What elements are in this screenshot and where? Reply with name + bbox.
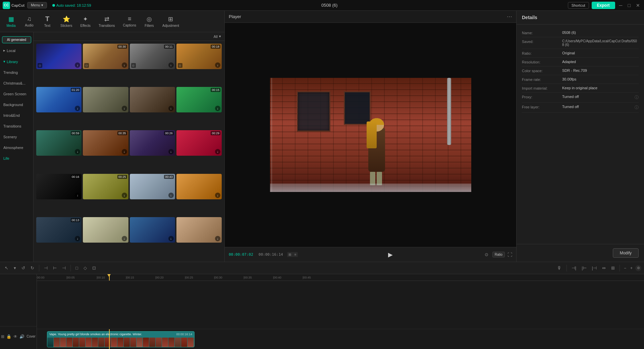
download-icon-8[interactable]: ↓	[215, 106, 220, 111]
download-icon-14[interactable]: ↓	[122, 193, 127, 198]
maximize-button[interactable]: □	[627, 3, 632, 8]
ratio-button[interactable]: Ratio	[492, 252, 505, 257]
sidebar-item-life[interactable]: Life	[1, 154, 32, 163]
media-thumb-3[interactable]: 00:11 ↓ □	[130, 44, 175, 69]
add-track-icon[interactable]: ⊞	[1, 334, 4, 339]
delete-button[interactable]: □	[73, 265, 80, 271]
sidebar-item-trending[interactable]: Trending	[1, 68, 32, 77]
redo-button[interactable]: ↻	[29, 265, 36, 271]
cursor-dropdown[interactable]: ▾	[12, 265, 18, 271]
download-icon-11[interactable]: ↓	[168, 149, 174, 154]
split-button[interactable]: ⊣	[42, 265, 50, 271]
download-icon-12[interactable]: ↓	[215, 149, 220, 154]
media-thumb-2[interactable]: 00:30 ↓ □	[83, 44, 128, 69]
media-thumb-10[interactable]: 00:35 ↓	[83, 130, 128, 156]
lock-track-icon[interactable]: 🔒	[6, 334, 11, 339]
sidebar-item-scenery[interactable]: Scenery	[1, 132, 32, 142]
media-thumb-8[interactable]: 00:15 ↓	[176, 87, 222, 112]
volume-button[interactable]: ⊙	[483, 251, 490, 258]
zoom-in-button[interactable]: +	[629, 265, 634, 271]
tool-filters[interactable]: ◎ Filters	[141, 13, 158, 30]
media-thumb-4[interactable]: 00:18 ↓ □	[176, 44, 222, 69]
audio-track-icon[interactable]: 🔊	[19, 334, 24, 339]
download-icon-15[interactable]: ↓	[168, 193, 174, 198]
tl-list-btn[interactable]: ⊞	[287, 252, 292, 257]
download-icon-3[interactable]: ↓	[168, 62, 174, 68]
media-thumb-16[interactable]: ↓	[176, 174, 222, 199]
media-thumb-19[interactable]: ↓	[130, 217, 175, 243]
trim-right-button[interactable]: |⊣	[590, 265, 599, 271]
tl-grid-btn[interactable]: ≡	[293, 252, 298, 257]
undo-button[interactable]: ↺	[19, 265, 27, 271]
sidebar-item-introend[interactable]: Intro&End	[1, 111, 32, 120]
select-check-3[interactable]: □	[131, 63, 136, 68]
tool-adjustment[interactable]: ⊞ Adjustment	[159, 13, 182, 30]
sidebar-item-library[interactable]: ▾ Library	[1, 57, 32, 66]
zoom-out-button[interactable]: −	[623, 265, 628, 271]
tool-effects[interactable]: ✦ Effects	[77, 13, 94, 30]
modify-button[interactable]: Modify	[613, 248, 639, 258]
sidebar-item-christmas[interactable]: Christmas&...	[1, 79, 32, 88]
record-button[interactable]: 🎙	[555, 265, 564, 271]
sidebar-item-local[interactable]: ▸ Local	[1, 46, 32, 55]
fit-button[interactable]: ⇔	[600, 265, 608, 271]
select-check-1[interactable]: □	[38, 63, 42, 68]
download-icon-18[interactable]: ↓	[122, 236, 127, 241]
download-icon-1[interactable]: ↓	[75, 62, 80, 68]
close-button[interactable]: ✕	[635, 3, 641, 8]
trim-center-button[interactable]: |⊢	[580, 265, 588, 271]
fullscreen-button[interactable]: ⛶	[507, 252, 512, 257]
minimize-button[interactable]: ─	[618, 3, 624, 8]
media-thumb-7[interactable]: ↓	[130, 87, 175, 112]
export-button[interactable]: Export	[592, 2, 615, 9]
ai-generated-button[interactable]: AI generated	[2, 36, 31, 43]
expand-button[interactable]: ⊞	[609, 265, 617, 271]
download-icon-9[interactable]: ↓	[75, 149, 80, 154]
menu-button[interactable]: Menu ▾	[27, 2, 47, 8]
split-keep-left[interactable]: ⊢	[51, 265, 59, 271]
player-menu-button[interactable]: ⋯	[507, 13, 512, 20]
sidebar-item-background[interactable]: Background	[1, 100, 32, 109]
download-icon-16[interactable]: ↓	[215, 193, 220, 198]
media-thumb-13[interactable]: 00:16 ↓	[36, 174, 82, 199]
download-icon-20[interactable]: ↓	[215, 236, 220, 241]
media-thumb-12[interactable]: 00:29 ↓	[176, 130, 222, 156]
media-thumb-15[interactable]: 00:43 ↓	[130, 174, 175, 199]
tool-stickers[interactable]: ⭐ Stickers	[57, 13, 76, 30]
media-thumb-5[interactable]: 01:20 ↓	[36, 87, 82, 112]
media-thumb-17[interactable]: 00:13 ↓	[36, 217, 82, 243]
select-check-4[interactable]: □	[178, 63, 182, 68]
media-thumb-9[interactable]: 00:59 ↓	[36, 130, 82, 156]
sidebar-item-greenscreen[interactable]: Green Screen	[1, 89, 32, 99]
download-icon-13[interactable]: ↓	[75, 193, 80, 198]
media-thumb-6[interactable]: ↓	[83, 87, 128, 112]
media-thumb-1[interactable]: ↓ □	[36, 44, 82, 69]
tool-media[interactable]: ▦ Media	[3, 13, 19, 30]
keyframe-button[interactable]: ◇	[82, 265, 89, 271]
media-thumb-18[interactable]: ↓	[83, 217, 128, 243]
download-icon-4[interactable]: ↓	[215, 62, 220, 68]
tool-captions[interactable]: ≡ Captions	[120, 13, 140, 29]
download-icon-2[interactable]: ↓	[122, 62, 127, 68]
tool-audio[interactable]: ♫ Audio	[21, 13, 38, 29]
media-thumb-11[interactable]: 00:26 ↓	[130, 130, 175, 156]
download-icon-7[interactable]: ↓	[168, 106, 174, 111]
download-icon-5[interactable]: ↓	[75, 106, 80, 111]
split-keep-right[interactable]: ⊣	[60, 265, 68, 271]
sidebar-item-transitions[interactable]: Transitions	[1, 121, 32, 131]
download-icon-10[interactable]: ↓	[122, 149, 127, 154]
trim-left-button[interactable]: ⊣|	[570, 265, 578, 271]
play-button[interactable]: ▶	[386, 250, 395, 259]
select-check-2[interactable]: □	[84, 63, 89, 68]
video-clip-main[interactable]: Vape. Young pretty girl blonde smokes an…	[47, 331, 195, 347]
tool-text[interactable]: T Text	[39, 13, 56, 30]
sidebar-item-atmosphere[interactable]: Atmosphere	[1, 143, 32, 152]
download-icon-17[interactable]: ↓	[75, 236, 80, 241]
shortcut-button[interactable]: Shortcut	[568, 2, 589, 9]
filter-all-button[interactable]: All ▾	[214, 34, 221, 39]
timeline-settings-button[interactable]: ⚙	[635, 265, 641, 271]
download-icon-6[interactable]: ↓	[122, 106, 127, 111]
cursor-tool-button[interactable]: ↖	[3, 265, 10, 271]
download-icon-19[interactable]: ↓	[168, 236, 174, 241]
media-thumb-14[interactable]: 00:25 ↓	[83, 174, 128, 199]
